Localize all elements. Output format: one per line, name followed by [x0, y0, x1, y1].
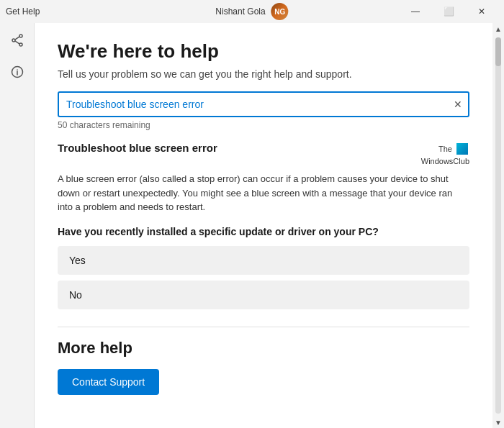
svg-line-3 [14, 37, 19, 40]
svg-point-2 [12, 39, 15, 42]
windows-club-line1: The [438, 144, 452, 154]
result-title: Troubleshoot blue screen error [58, 142, 217, 154]
maximize-button[interactable]: ⬜ [432, 0, 465, 23]
app-title: Get Help [6, 6, 40, 17]
title-bar-center: Nishant Gola NG [215, 3, 288, 20]
windows-club-badge: The WindowsClub [421, 142, 469, 166]
contact-support-button[interactable]: Contact Support [58, 369, 159, 395]
svg-point-0 [19, 35, 22, 37]
svg-point-7 [17, 69, 18, 70]
title-bar: Get Help Nishant Gola NG — ⬜ ✕ [0, 0, 504, 23]
more-help-title: More help [58, 339, 469, 358]
windows-club-line2: WindowsClub [421, 156, 469, 166]
search-input[interactable] [58, 91, 469, 117]
more-help-section: More help Contact Support [58, 327, 469, 395]
svg-line-4 [14, 41, 19, 44]
windows-club-icon [455, 142, 469, 156]
search-clear-icon[interactable]: ✕ [454, 99, 462, 110]
scroll-track [495, 37, 501, 414]
user-name-label: Nishant Gola [215, 6, 265, 17]
title-bar-left: Get Help [6, 6, 40, 17]
page-title: We're here to help [58, 40, 469, 63]
window-controls: — ⬜ ✕ [399, 0, 498, 23]
scroll-up-button[interactable]: ▲ [492, 23, 504, 35]
sidebar [0, 23, 35, 428]
share-icon[interactable] [6, 29, 29, 52]
scrollbar: ▲ ▼ [492, 23, 504, 428]
char-remaining-label: 50 characters remaining [58, 120, 469, 130]
close-button[interactable]: ✕ [465, 0, 498, 23]
info-icon[interactable] [6, 60, 29, 83]
scroll-down-button[interactable]: ▼ [492, 416, 504, 428]
question-text: Have you recently installed a specific u… [58, 226, 469, 237]
minimize-button[interactable]: — [399, 0, 432, 23]
result-body: A blue screen error (also called a stop … [58, 172, 469, 214]
option-yes-button[interactable]: Yes [58, 246, 469, 275]
search-container: ✕ [58, 91, 469, 117]
main-content: We're here to help Tell us your problem … [35, 23, 492, 428]
app-body: We're here to help Tell us your problem … [0, 23, 504, 428]
scroll-thumb[interactable] [495, 37, 501, 66]
avatar: NG [271, 3, 289, 20]
page-subtext: Tell us your problem so we can get you t… [58, 68, 469, 80]
option-no-button[interactable]: No [58, 281, 469, 309]
svg-point-1 [19, 43, 22, 46]
windows-club-logo: The [438, 142, 469, 156]
result-header: Troubleshoot blue screen error The Windo… [58, 142, 469, 166]
